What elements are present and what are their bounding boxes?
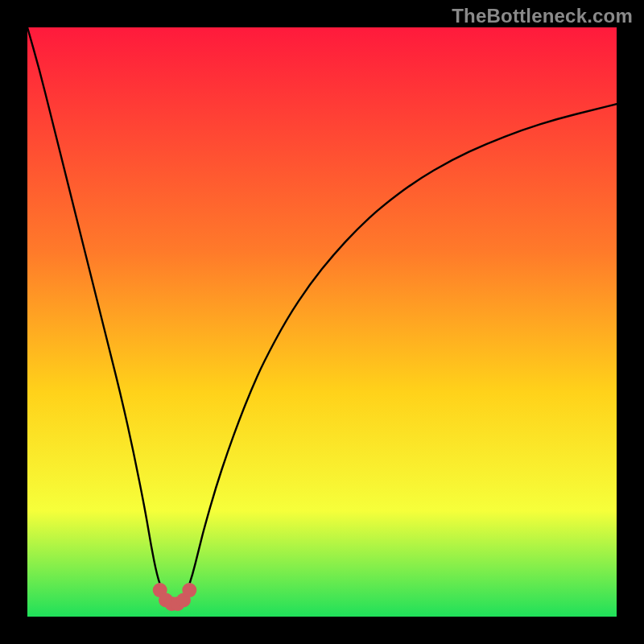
bottleneck-chart bbox=[27, 27, 617, 617]
minimum-marker bbox=[182, 583, 196, 597]
chart-frame: TheBottleneck.com bbox=[0, 0, 644, 644]
watermark-text: TheBottleneck.com bbox=[452, 5, 633, 27]
gradient-background bbox=[27, 27, 617, 617]
plot-area bbox=[27, 27, 617, 617]
